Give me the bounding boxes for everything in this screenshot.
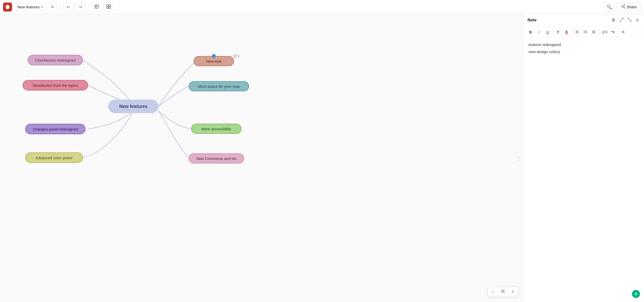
svg-line-15 <box>504 289 505 290</box>
note-line-1: -buttons redesigned <box>528 42 640 48</box>
link-button[interactable]: 🔗▾ <box>600 28 608 36</box>
search-icon: 🔍 <box>607 4 612 10</box>
clear-format-button[interactable] <box>619 28 627 36</box>
share-icon <box>621 5 625 9</box>
node-morespace[interactable]: More space for your map <box>189 81 249 91</box>
italic-button[interactable]: I <box>535 28 543 36</box>
note-trash-button[interactable]: 🗑 <box>611 17 617 23</box>
app-title-label: New features <box>17 5 39 9</box>
canvas-area[interactable]: New features Checkboxes redesigned Desel… <box>0 14 523 302</box>
chevron-down-icon: ▾ <box>41 5 43 9</box>
toolbar-sep-4 <box>618 29 618 35</box>
menu-icon: ≡ <box>51 4 54 10</box>
toolbar: New features ▾ ≡ ↩ ↪ <box>0 0 644 14</box>
morespace-label: More space for your map <box>198 84 240 89</box>
note-line-2: -new design colors <box>528 49 640 55</box>
svg-point-7 <box>624 5 625 6</box>
menu-button[interactable]: ≡ <box>48 3 57 12</box>
bold-button[interactable]: B <box>527 28 535 36</box>
underline-button[interactable]: U <box>544 28 552 36</box>
toolbar-right: 🔍 Share <box>604 3 641 12</box>
node-deselection[interactable]: Deselection from the topics <box>23 80 88 91</box>
note-close-button[interactable]: ✕ <box>635 17 640 24</box>
node-colorpicker[interactable]: Advanced color picker <box>25 152 83 163</box>
zoom-in-icon: + <box>512 289 514 294</box>
redo-icon: ↪ <box>79 5 82 9</box>
share-label: Share <box>627 5 637 9</box>
svg-rect-3 <box>107 5 108 6</box>
undo-icon: ↩ <box>67 5 70 9</box>
zoom-out-button[interactable]: − <box>488 287 498 297</box>
svg-rect-6 <box>109 7 111 9</box>
node-newlook-wrapper: New look 💬 1 <box>194 56 234 66</box>
note-header: Note 🗑 ✕ <box>524 14 644 26</box>
svg-point-8 <box>621 6 622 7</box>
note-panel: Note 🗑 ✕ B I <box>523 14 644 302</box>
svg-line-10 <box>622 6 624 6</box>
deselection-label: Deselection from the topics <box>33 83 78 88</box>
svg-point-31 <box>584 31 584 31</box>
toolbar-sep-2 <box>572 29 572 35</box>
frame-icon <box>94 4 99 10</box>
center-node[interactable]: New features <box>108 100 158 113</box>
main-area: New features Checkboxes redesigned Desel… <box>0 14 644 302</box>
svg-line-16 <box>501 292 502 293</box>
svg-line-11 <box>622 7 624 8</box>
quote-button[interactable]: ❝▾ <box>609 28 617 36</box>
undo-button[interactable]: ↩ <box>63 3 73 12</box>
toolbar-separator <box>60 4 60 11</box>
color-button[interactable]: A <box>562 28 571 36</box>
zoom-fit-button[interactable] <box>498 287 508 297</box>
node-accessibility[interactable]: More accessibility <box>191 124 242 134</box>
checkboxes-label: Checkboxes redesigned <box>35 58 76 62</box>
toolbar-sep-3 <box>599 29 599 35</box>
note-shrink-button[interactable] <box>627 17 633 24</box>
redo-button[interactable]: ↪ <box>75 3 85 12</box>
multiframe-button[interactable] <box>104 3 114 12</box>
note-expand-button[interactable] <box>619 17 625 24</box>
toolbar-sep-1 <box>553 29 553 35</box>
text-type-button[interactable]: T <box>554 28 562 36</box>
zoom-in-button[interactable]: + <box>508 287 518 297</box>
svg-text:3: 3 <box>575 32 576 33</box>
logo-button[interactable] <box>3 3 12 12</box>
svg-point-32 <box>584 32 584 32</box>
note-toolbar: B I U T A 1 2 3 <box>524 26 644 38</box>
note-content[interactable]: -buttons redesigned -new design colors <box>524 38 644 302</box>
blue-dot-indicator <box>212 54 216 58</box>
toolbar-separator-2 <box>88 4 89 11</box>
vertical-dots-button[interactable]: ⋮ <box>516 155 521 161</box>
comment-count: 1 <box>238 54 240 58</box>
node-checkboxes[interactable]: Checkboxes redesigned <box>28 55 83 65</box>
grammarly-icon[interactable]: G <box>632 290 640 298</box>
zoom-fit-icon <box>501 289 505 294</box>
bullet-list-button[interactable] <box>581 28 589 36</box>
zoom-out-icon: − <box>492 289 494 294</box>
comment-icon: 💬 <box>233 54 237 58</box>
multiframe-icon <box>106 4 111 10</box>
comments-label: New Comments and No <box>196 156 236 161</box>
newlook-label: New look <box>206 59 222 63</box>
svg-line-17 <box>504 292 505 293</box>
share-button[interactable]: Share <box>617 3 641 11</box>
frame-button[interactable] <box>92 3 102 12</box>
accessibility-label: More accessibility <box>202 127 231 131</box>
svg-rect-5 <box>107 7 108 9</box>
center-node-label: New features <box>119 104 147 109</box>
zoom-controls: − + <box>488 286 518 297</box>
node-comments[interactable]: New Comments and No <box>189 153 244 163</box>
ordered-list-button[interactable]: 1 2 3 <box>573 28 581 36</box>
mindmap-container: New features Checkboxes redesigned Desel… <box>0 14 523 302</box>
note-title: Note <box>528 18 609 22</box>
svg-rect-4 <box>109 5 111 6</box>
search-button[interactable]: 🔍 <box>604 3 615 12</box>
changes-label: Changes panel redesigned <box>33 127 78 131</box>
colorpicker-label: Advanced color picker <box>35 156 73 160</box>
align-button[interactable] <box>590 28 598 36</box>
node-changes[interactable]: Changes panel redesigned <box>25 124 86 134</box>
svg-point-9 <box>624 8 625 8</box>
app-title-button[interactable]: New features ▾ <box>14 3 46 11</box>
svg-point-33 <box>584 33 584 33</box>
svg-rect-0 <box>95 5 98 8</box>
comment-badge: 💬 1 <box>232 54 242 59</box>
